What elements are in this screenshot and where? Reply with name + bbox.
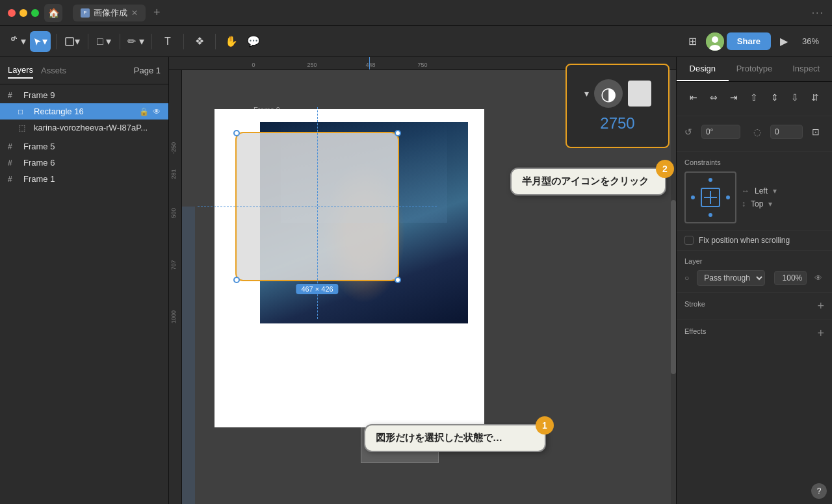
tab-design[interactable]: Design — [677, 57, 729, 81]
resource-tool[interactable]: ❖ — [189, 31, 210, 52]
vertical-constraint[interactable]: ↕ Top ▾ — [742, 199, 824, 208]
layer-item-frame9[interactable]: # Frame 9 — [0, 87, 168, 103]
align-bottom[interactable]: ⇩ — [786, 88, 803, 107]
ruler-vertical: -250 281 500 707 1000 — [169, 70, 182, 504]
constraint-options: ↔ Left ▾ ↕ Top ▾ — [742, 186, 824, 208]
radius-input[interactable] — [770, 125, 803, 139]
canvas[interactable]: ▾ ◑ 2750 0 250 448 750 -250 281 500 707 … — [169, 57, 676, 504]
shape-tool[interactable]: □ ▾ — [94, 31, 114, 52]
component-panel-toggle[interactable]: ⊞ — [682, 31, 703, 52]
text-tool[interactable]: T — [157, 31, 178, 52]
layer-name-frame9: Frame 9 — [23, 90, 161, 100]
selected-rectangle[interactable]: 467 × 426 — [235, 132, 399, 281]
align-top[interactable]: ⇧ — [746, 88, 763, 107]
frame-tool[interactable]: ▾ — [62, 31, 83, 52]
lock-icon[interactable]: 🔒 — [139, 107, 149, 116]
constraint-inner-box — [701, 188, 720, 207]
separator2 — [88, 34, 88, 49]
separator3 — [120, 34, 120, 49]
avatar — [706, 32, 724, 51]
constraints-grid: ↔ Left ▾ ↕ Top ▾ — [684, 171, 824, 223]
rotation-icon: ↺ — [684, 127, 696, 137]
prop-row-rotation: ↺ ◌ ⊡ — [684, 123, 824, 141]
fix-position-row: Fix position when scrolling — [677, 231, 832, 251]
minimize-button[interactable] — [20, 9, 27, 17]
frame5-icon: # — [8, 142, 18, 151]
comment-tool[interactable]: 💬 — [243, 31, 264, 52]
toolbar: ▾ ▾ ▾ □ ▾ ✏ ▾ T ❖ ✋ 💬 ⊞ Share ▶ 36% — [0, 26, 832, 57]
half-circle-icon[interactable]: ◑ — [594, 79, 623, 108]
frame9-box[interactable]: 467 × 426 — [214, 109, 484, 427]
maximize-button[interactable] — [31, 9, 39, 17]
tab-layers[interactable]: Layers — [8, 62, 33, 79]
layer-item-rect16[interactable]: □ Rectangle 16 🔒 👁 — [0, 103, 168, 120]
align-section: ⇤ ⇔ ⇥ ⇧ ⇕ ⇩ ⇵ — [677, 82, 832, 116]
right-panel: Design Prototype Inspect ⇤ ⇔ ⇥ ⇧ ⇕ ⇩ ⇵ ↺… — [676, 57, 832, 504]
float-dropdown-icon[interactable]: ▾ — [584, 88, 589, 99]
layer-item-photo[interactable]: ⬚ karina-vorozheeva-rW-I87aP... — [0, 120, 168, 136]
page-selector[interactable]: Page 1 — [134, 66, 161, 75]
hand-tool[interactable]: ✋ — [221, 31, 242, 52]
layer-item-frame5[interactable]: # Frame 5 — [0, 138, 168, 155]
align-center-v[interactable]: ⇕ — [766, 88, 783, 107]
ruler-vmark-0: -250 — [170, 142, 177, 154]
float-toolbar: ▾ ◑ 2750 — [566, 64, 670, 148]
handle-tr[interactable] — [395, 130, 401, 136]
annotation-bubble-1: 1 図形だけを選択した状態で… — [364, 424, 546, 452]
annotation-text-2: 半月型のアイコンをクリック — [522, 175, 649, 186]
align-center-h[interactable]: ⇔ — [705, 88, 722, 107]
constraints-section: Constraints — [677, 152, 832, 231]
eye-icon[interactable]: 👁 — [153, 107, 161, 116]
handle-br[interactable] — [395, 277, 401, 283]
constraint-dot-right — [726, 195, 730, 199]
titlebar: 🏠 F 画像作成 ✕ + ··· — [0, 0, 832, 26]
select-tool[interactable]: ▾ — [30, 31, 51, 52]
constraints-title: Constraints — [684, 158, 824, 166]
share-button[interactable]: Share — [727, 32, 771, 50]
play-button[interactable]: ▶ — [774, 31, 794, 52]
stroke-title: Stroke — [684, 300, 705, 308]
select-mode-dropdown[interactable]: ▾ — [8, 31, 29, 52]
panel-tabs: Design Prototype Inspect — [677, 57, 832, 82]
visibility-toggle[interactable]: 👁 — [812, 271, 824, 284]
tab-inspect[interactable]: Inspect — [780, 57, 832, 81]
layer-item-frame6[interactable]: # Frame 6 — [0, 155, 168, 171]
constraint-dot-top — [708, 178, 712, 182]
effects-title: Effects — [684, 327, 706, 335]
blend-mode-select[interactable]: Pass through Normal Multiply Screen — [697, 270, 765, 286]
blend-icon: ○ — [684, 273, 689, 283]
add-tab-button[interactable]: + — [153, 6, 161, 19]
horizontal-constraint[interactable]: ↔ Left ▾ — [742, 186, 824, 195]
aspect-ratio-toggle[interactable]: ⊡ — [808, 123, 824, 141]
align-right[interactable]: ⇥ — [725, 88, 743, 107]
effects-section: Effects + — [677, 320, 832, 347]
frame6-icon: # — [8, 158, 18, 168]
add-effect-button[interactable]: + — [817, 327, 824, 340]
vertical-scrollbar[interactable] — [671, 70, 676, 504]
scrollbar-thumb[interactable] — [671, 200, 676, 373]
sidebar-header: Layers Assets Page 1 — [0, 57, 168, 84]
home-button[interactable]: 🏠 — [44, 4, 62, 22]
layer-item-frame1[interactable]: # Frame 1 — [0, 171, 168, 187]
distribute[interactable]: ⇵ — [807, 88, 824, 107]
align-left[interactable]: ⇤ — [684, 88, 702, 107]
tab-prototype[interactable]: Prototype — [729, 57, 781, 81]
tab-assets[interactable]: Assets — [41, 63, 66, 78]
ruler-mark-750: 750 — [417, 62, 427, 68]
more-options-icon[interactable]: ··· — [812, 7, 824, 19]
transform-section: ↺ ◌ ⊡ — [677, 116, 832, 152]
stroke-section: Stroke + — [677, 293, 832, 320]
active-tab[interactable]: F 画像作成 ✕ — [73, 5, 146, 21]
opacity-input[interactable] — [774, 271, 807, 285]
close-button[interactable] — [8, 9, 16, 17]
tab-close-icon[interactable]: ✕ — [131, 8, 138, 18]
fix-position-checkbox[interactable] — [684, 236, 694, 245]
handle-bl[interactable] — [233, 277, 240, 283]
add-stroke-button[interactable]: + — [817, 299, 824, 313]
rotation-input[interactable] — [701, 125, 740, 139]
pen-tool[interactable]: ✏ ▾ — [125, 31, 146, 52]
help-button[interactable]: ? — [811, 483, 827, 499]
handle-tl[interactable] — [233, 130, 240, 136]
traffic-lights — [8, 9, 39, 17]
zoom-display[interactable]: 36% — [797, 34, 824, 49]
